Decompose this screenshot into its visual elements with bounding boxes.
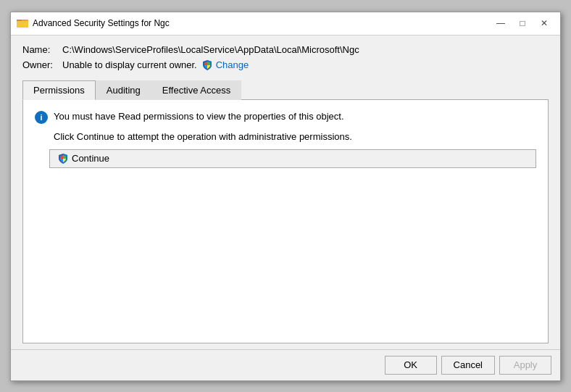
shield-icon <box>201 59 213 71</box>
continue-instruction: Click Continue to attempt the operation … <box>54 131 536 142</box>
continue-shield-icon <box>57 153 69 164</box>
continue-button[interactable]: Continue <box>49 149 536 168</box>
tabs-container: Permissions Auditing Effective Access <box>22 80 549 100</box>
folder-icon <box>17 17 28 29</box>
info-icon: i <box>35 111 48 124</box>
info-message-text: You must have Read permissions to view t… <box>54 110 344 123</box>
ok-button[interactable]: OK <box>385 356 437 375</box>
name-value: C:\Windows\ServiceProfiles\LocalService\… <box>62 44 359 55</box>
name-label: Name: <box>22 44 62 55</box>
svg-rect-2 <box>17 21 28 28</box>
apply-button[interactable]: Apply <box>499 356 551 375</box>
maximize-button[interactable]: □ <box>512 14 533 32</box>
title-bar-controls: — □ ✕ <box>491 14 554 32</box>
minimize-button[interactable]: — <box>491 14 511 32</box>
continue-btn-label: Continue <box>72 153 109 164</box>
owner-value: Unable to display current owner. <box>62 59 197 70</box>
tab-auditing[interactable]: Auditing <box>96 80 151 100</box>
close-button[interactable]: ✕ <box>534 14 554 32</box>
info-message: i You must have Read permissions to view… <box>35 110 536 124</box>
window-title: Advanced Security Settings for Ngc <box>33 18 491 28</box>
name-row: Name: C:\Windows\ServiceProfiles\LocalSe… <box>22 44 549 55</box>
content-area: Name: C:\Windows\ServiceProfiles\LocalSe… <box>11 36 560 349</box>
change-label: Change <box>216 59 249 70</box>
change-link[interactable]: Change <box>201 59 249 71</box>
tab-effective-access[interactable]: Effective Access <box>151 80 241 100</box>
tab-content-panel: i You must have Read permissions to view… <box>22 100 549 343</box>
bottom-bar: OK Cancel Apply <box>11 349 560 380</box>
owner-label: Owner: <box>22 59 62 70</box>
main-window: Advanced Security Settings for Ngc — □ ✕… <box>10 12 561 381</box>
owner-row: Owner: Unable to display current owner. … <box>22 59 549 71</box>
title-bar: Advanced Security Settings for Ngc — □ ✕ <box>11 12 560 36</box>
cancel-button[interactable]: Cancel <box>441 356 495 375</box>
tab-permissions[interactable]: Permissions <box>22 80 96 100</box>
